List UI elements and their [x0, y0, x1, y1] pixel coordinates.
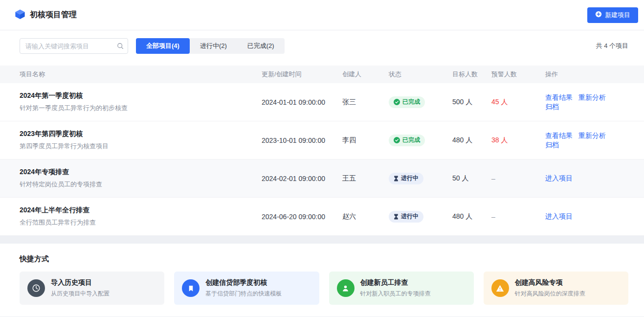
project-target: 500 人 [452, 98, 491, 107]
shortcut-cards: 导入历史项目 从历史项目中导入配置 创建信贷部季度初核 基于信贷部门特点的快速模… [20, 272, 628, 305]
col-header-status: 状态 [389, 70, 452, 79]
status-badge: 已完成 [389, 135, 425, 146]
project-status-cell: 已完成 [389, 96, 452, 108]
shortcut-title: 创建信贷部季度初核 [205, 278, 282, 287]
shortcut-text: 创建信贷部季度初核 基于信贷部门特点的快速模板 [205, 278, 282, 298]
action-view-results[interactable]: 查看结果 [545, 132, 573, 139]
table-header-row: 项目名称 更新/创建时间 创建人 状态 目标人数 预警人数 操作 [0, 66, 644, 83]
status-label: 进行中 [401, 212, 419, 221]
project-desc: 第四季度员工异常行为核查项目 [20, 142, 262, 151]
shortcut-title: 导入历史项目 [51, 278, 110, 287]
col-header-time: 更新/创建时间 [262, 70, 342, 79]
status-label: 已完成 [402, 136, 420, 144]
project-name-cell: 2024年专项排查 针对特定岗位员工的专项排查 [20, 168, 262, 189]
project-time: 2024-01-01 09:00:00 [262, 98, 342, 106]
project-target: 480 人 [452, 212, 491, 221]
shortcut-text: 导入历史项目 从历史项目中导入配置 [51, 278, 110, 298]
action-view-results[interactable]: 查看结果 [545, 93, 573, 101]
project-name: 2023年第四季度初核 [20, 130, 262, 138]
search-icon[interactable] [117, 43, 124, 49]
history-clock-icon [27, 279, 45, 297]
project-status-cell: 进行中 [389, 211, 452, 223]
action-enter-project[interactable]: 进入项目 [545, 212, 573, 220]
col-header-actions: 操作 [545, 70, 628, 79]
shortcut-text: 创建高风险专项 针对高风险岗位的深度排查 [515, 278, 585, 298]
col-header-warning: 预警人数 [491, 70, 545, 79]
plus-circle-icon [595, 11, 602, 19]
shortcut-title: 创建新员工排查 [360, 278, 431, 287]
page-header: 初核项目管理 新建项目 [0, 0, 644, 30]
shortcuts-title: 快捷方式 [20, 254, 628, 264]
hourglass-icon [394, 214, 399, 220]
shortcut-desc: 基于信贷部门特点的快速模板 [205, 290, 282, 298]
status-badge: 已完成 [389, 96, 425, 108]
status-label: 进行中 [401, 174, 419, 182]
shortcut-import-history[interactable]: 导入历史项目 从历史项目中导入配置 [20, 272, 164, 305]
search-box [20, 38, 128, 54]
toolbar: 全部项目(4) 进行中(2) 已完成(2) 共 4 个项目 [20, 38, 628, 54]
tab-in-progress[interactable]: 进行中(2) [190, 38, 237, 54]
project-time: 2024-02-01 09:00:00 [262, 175, 342, 182]
shortcut-credit-quarterly[interactable]: 创建信贷部季度初核 基于信贷部门特点的快速模板 [174, 272, 319, 305]
project-status-cell: 已完成 [389, 135, 452, 146]
shortcut-desc: 针对新入职员工的专项排查 [360, 290, 431, 298]
project-warning: 45 人 [491, 98, 545, 107]
shortcut-new-employee[interactable]: 创建新员工排查 针对新入职员工的专项排查 [329, 272, 474, 305]
title-wrap: 初核项目管理 [15, 9, 77, 22]
project-actions: 查看结果重新分析归档 [545, 93, 628, 112]
project-time: 2024-06-20 09:00:00 [262, 213, 342, 221]
project-creator: 赵六 [342, 212, 389, 221]
shortcut-desc: 针对高风险岗位的深度排查 [515, 290, 585, 298]
hourglass-icon [394, 176, 399, 181]
page-title: 初核项目管理 [30, 10, 77, 20]
table-row: 2024年第一季度初核 针对第一季度员工异常行为的初步核查 2024-01-01… [0, 83, 644, 121]
warning-triangle-icon [491, 279, 509, 297]
new-project-button[interactable]: 新建项目 [587, 7, 638, 23]
project-creator: 李四 [342, 136, 389, 145]
project-warning: – [491, 175, 545, 182]
project-target: 480 人 [452, 136, 491, 145]
col-header-name: 项目名称 [20, 70, 262, 79]
project-name: 2024年专项排查 [20, 168, 262, 177]
project-creator: 王五 [342, 174, 389, 183]
table-row: 2024年专项排查 针对特定岗位员工的专项排查 2024-02-01 09:00… [0, 159, 644, 198]
col-header-target: 目标人数 [452, 70, 491, 79]
status-badge: 进行中 [389, 211, 423, 223]
project-name-cell: 2024年第一季度初核 针对第一季度员工异常行为的初步核查 [20, 91, 262, 113]
project-desc: 全行范围员工异常行为排查 [20, 218, 262, 227]
tab-all-projects[interactable]: 全部项目(4) [136, 38, 190, 54]
action-reanalyze[interactable]: 重新分析 [578, 93, 606, 101]
shortcut-desc: 从历史项目中导入配置 [51, 290, 110, 298]
shortcut-title: 创建高风险专项 [515, 278, 585, 287]
project-name: 2024年第一季度初核 [20, 91, 262, 100]
project-creator: 张三 [342, 98, 389, 107]
project-warning: – [491, 213, 545, 221]
action-enter-project[interactable]: 进入项目 [545, 174, 573, 182]
action-archive[interactable]: 归档 [545, 141, 559, 149]
shortcuts-section: 快捷方式 导入历史项目 从历史项目中导入配置 创建信贷部季度初核 [0, 244, 644, 317]
status-badge: 进行中 [389, 173, 423, 184]
project-target: 50 人 [452, 174, 491, 183]
project-name-cell: 2024年上半年全行排查 全行范围员工异常行为排查 [20, 206, 262, 227]
table-row: 2023年第四季度初核 第四季度员工异常行为核查项目 2023-10-01 09… [0, 121, 644, 159]
project-table: 项目名称 更新/创建时间 创建人 状态 目标人数 预警人数 操作 2024年第一… [20, 66, 628, 236]
action-archive[interactable]: 归档 [545, 103, 559, 111]
project-desc: 针对特定岗位员工的专项排查 [20, 180, 262, 189]
action-reanalyze[interactable]: 重新分析 [578, 132, 606, 139]
person-icon [337, 279, 355, 297]
new-project-label: 新建项目 [605, 11, 630, 20]
project-name-cell: 2023年第四季度初核 第四季度员工异常行为核查项目 [20, 130, 262, 151]
search-input[interactable] [20, 38, 128, 54]
project-actions: 进入项目 [545, 212, 628, 221]
shortcut-text: 创建新员工排查 针对新入职员工的专项排查 [360, 278, 431, 298]
total-count-text: 共 4 个项目 [596, 42, 628, 50]
project-desc: 针对第一季度员工异常行为的初步核查 [20, 104, 262, 113]
tab-completed[interactable]: 已完成(2) [237, 38, 285, 54]
status-label: 已完成 [402, 98, 420, 106]
check-circle-icon [394, 137, 400, 143]
bookmark-icon [182, 279, 200, 297]
shortcut-high-risk[interactable]: 创建高风险专项 针对高风险岗位的深度排查 [484, 272, 628, 305]
col-header-creator: 创建人 [342, 70, 389, 79]
app-logo-cube-icon [15, 9, 25, 22]
project-name: 2024年上半年全行排查 [20, 206, 262, 215]
